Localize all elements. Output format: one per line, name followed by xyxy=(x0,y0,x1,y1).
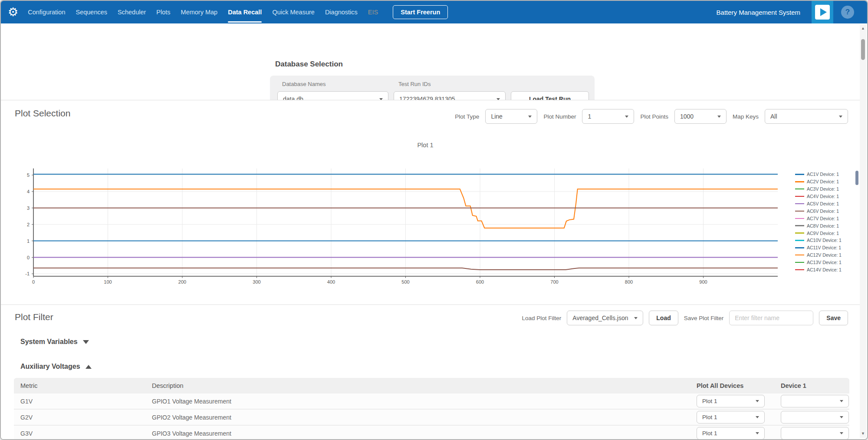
database-selection-title: Database Selection xyxy=(275,60,343,69)
device-1-dropdown[interactable] xyxy=(781,427,849,440)
scroll-up-icon[interactable]: ▲ xyxy=(861,24,865,33)
description-column-header: Description xyxy=(145,382,690,389)
legend-label: AC10V Device: 1 xyxy=(807,238,842,243)
settings-gear-icon[interactable]: ⚙ xyxy=(8,7,18,18)
nav-item-quick-measure[interactable]: Quick Measure xyxy=(272,1,315,23)
legend-item: AC8V Device: 1 xyxy=(795,222,842,229)
legend-label: AC2V Device: 1 xyxy=(807,179,839,184)
device-1-dropdown[interactable] xyxy=(781,411,849,423)
metric-column-header: Metric xyxy=(14,382,145,389)
legend-label: AC13V Device: 1 xyxy=(807,260,842,265)
plot-canvas: 0100200300400500600700800900-1012345 xyxy=(1,129,862,303)
test-run-ids-label: Test Run IDs xyxy=(398,81,431,87)
device-1-column-header: Device 1 xyxy=(774,382,849,389)
load-plot-filter-dropdown[interactable]: Averaged_Cells.json xyxy=(567,311,643,325)
legend-swatch xyxy=(795,181,804,182)
plot-points-dropdown[interactable]: 1000 xyxy=(674,109,727,124)
nav-item-plots[interactable]: Plots xyxy=(156,1,170,23)
run-button[interactable] xyxy=(812,1,833,23)
legend-swatch xyxy=(795,269,804,271)
svg-text:0: 0 xyxy=(32,279,35,285)
page-scrollbar-thumb[interactable] xyxy=(861,39,865,60)
legend-swatch xyxy=(795,189,804,190)
legend-swatch xyxy=(795,211,804,212)
legend-swatch xyxy=(795,218,804,219)
nav-item-diagnostics[interactable]: Diagnostics xyxy=(325,1,358,23)
svg-text:400: 400 xyxy=(327,279,335,285)
plot-all-devices-dropdown[interactable]: Plot 1 xyxy=(697,411,765,423)
metric-cell: G1V xyxy=(14,398,145,405)
plot-all-devices-column-header: Plot All Devices xyxy=(690,382,774,389)
plot-scrollbar-thumb[interactable] xyxy=(855,171,858,185)
svg-text:800: 800 xyxy=(625,279,633,285)
plot-number-dropdown[interactable]: 1 xyxy=(582,109,634,124)
svg-text:500: 500 xyxy=(401,279,409,285)
description-cell: GPIO2 Voltage Measurement xyxy=(145,414,690,421)
legend-item: AC2V Device: 1 xyxy=(795,178,842,185)
legend-item: AC1V Device: 1 xyxy=(795,171,842,178)
legend-item: AC9V Device: 1 xyxy=(795,229,842,237)
nav-item-data-recall[interactable]: Data Recall xyxy=(228,1,262,23)
save-button[interactable]: Save xyxy=(819,311,848,325)
start-freerun-button[interactable]: Start Freerun xyxy=(393,5,448,19)
chevron-down-icon xyxy=(625,116,628,118)
chevron-down-icon xyxy=(840,432,843,434)
plot-filter-section: Plot Filter Load Plot Filter Averaged_Ce… xyxy=(1,305,860,440)
system-variables-label: System Variables xyxy=(20,338,78,346)
auxiliary-voltages-table: Metric Description Plot All Devices Devi… xyxy=(14,378,849,440)
chevron-down-icon xyxy=(840,416,843,418)
plot-type-value: Line xyxy=(491,113,502,120)
plot-type-dropdown[interactable]: Line xyxy=(485,109,537,124)
metric-cell: G3V xyxy=(14,430,145,437)
legend-label: AC12V Device: 1 xyxy=(807,252,842,258)
plot-all-devices-value: Plot 1 xyxy=(702,398,717,404)
plot-selection-section: Plot Selection Plot Type Line Plot Numbe… xyxy=(1,100,860,305)
legend-swatch xyxy=(795,255,804,256)
chevron-down-icon xyxy=(756,432,759,434)
chevron-down-icon xyxy=(839,116,842,118)
load-plot-filter-value: Averaged_Cells.json xyxy=(572,314,628,321)
plot-selection-title: Plot Selection xyxy=(15,108,70,119)
database-names-label: Database Names xyxy=(282,81,326,87)
svg-text:4: 4 xyxy=(27,189,30,194)
nav-item-scheduler[interactable]: Scheduler xyxy=(118,1,146,23)
nav-item-sequences[interactable]: Sequences xyxy=(76,1,107,23)
chevron-down-icon xyxy=(717,116,721,118)
auxiliary-voltages-toggle[interactable]: Auxiliary Voltages xyxy=(20,363,92,371)
table-row: G1V GPIO1 Voltage Measurement Plot 1 xyxy=(14,394,849,410)
legend-label: AC4V Device: 1 xyxy=(807,194,839,199)
chevron-down-icon xyxy=(634,317,638,319)
plot-filter-title: Plot Filter xyxy=(15,312,53,322)
chevron-down-icon xyxy=(83,340,89,344)
system-variables-toggle[interactable]: System Variables xyxy=(20,338,89,346)
nav-item-configuration[interactable]: Configuration xyxy=(28,1,65,23)
map-keys-dropdown[interactable]: All xyxy=(765,109,848,124)
svg-text:-1: -1 xyxy=(25,271,30,276)
app-title: Battery Management System xyxy=(717,9,800,16)
nav-item-eis: EIS xyxy=(368,1,378,23)
svg-text:200: 200 xyxy=(178,279,186,285)
plot-all-devices-dropdown[interactable]: Plot 1 xyxy=(697,427,765,440)
device-1-dropdown[interactable] xyxy=(781,395,849,407)
legend-swatch xyxy=(795,196,804,197)
help-icon[interactable]: ? xyxy=(841,6,854,19)
svg-text:1: 1 xyxy=(27,238,30,244)
auxiliary-voltages-label: Auxiliary Voltages xyxy=(20,363,80,371)
page-scrollbar[interactable]: ▲ ▼ xyxy=(860,24,866,438)
svg-text:5: 5 xyxy=(27,172,30,178)
play-icon xyxy=(815,5,830,20)
chevron-up-icon xyxy=(85,365,92,369)
filter-name-input[interactable] xyxy=(729,311,813,325)
legend-swatch xyxy=(795,262,804,263)
chevron-down-icon xyxy=(840,400,843,402)
chart-area: Plot 1 0100200300400500600700800900-1012… xyxy=(1,129,862,303)
legend-label: AC9V Device: 1 xyxy=(807,231,839,236)
legend-label: AC5V Device: 1 xyxy=(807,201,839,206)
scroll-down-icon[interactable]: ▼ xyxy=(861,430,865,438)
plot-all-devices-dropdown[interactable]: Plot 1 xyxy=(697,395,765,407)
database-selection-section: Database Selection Database Names Test R… xyxy=(1,23,860,100)
load-button[interactable]: Load xyxy=(649,311,678,325)
chevron-down-icon xyxy=(756,416,759,418)
nav-item-memory-map[interactable]: Memory Map xyxy=(181,1,218,23)
plot-type-label: Plot Type xyxy=(455,113,479,120)
